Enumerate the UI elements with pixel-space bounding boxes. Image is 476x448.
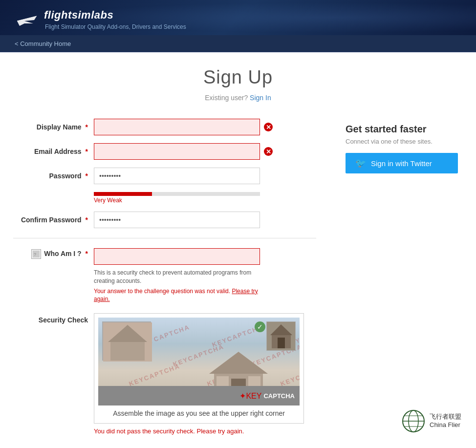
existing-user-label: Existing user?: [205, 94, 248, 102]
back-link[interactable]: < Community Home: [15, 40, 71, 47]
who-am-i-error: Your answer to the challenge question wa…: [94, 287, 260, 304]
keycaptcha-brand: ✦KEY CAPTCHA: [239, 391, 295, 401]
security-error: You did not pass the security check. Ple…: [94, 427, 316, 435]
get-started-title: Get started faster: [346, 124, 463, 135]
svg-marker-0: [17, 16, 37, 26]
who-am-i-label-group: ? Who Am I ? *: [13, 248, 94, 259]
keycaptcha-text: CAPTCHA: [263, 392, 295, 400]
china-flier: 飞行者联盟 China Flier: [401, 409, 461, 433]
form-left: Display Name * ✕ Email Address * ✕: [13, 119, 316, 435]
captcha-corner-reference: [266, 321, 296, 351]
form-right: Get started faster Connect via one of th…: [346, 119, 463, 173]
puzzle-svg: [103, 322, 152, 362]
sign-in-link[interactable]: Sign In: [250, 94, 271, 102]
confirm-password-row: Confirm Password *: [13, 212, 316, 228]
existing-user-text: Existing user? Sign In: [10, 94, 466, 102]
main-content: Sign Up Existing user? Sign In Display N…: [0, 52, 476, 448]
display-name-label: Display Name *: [13, 123, 94, 131]
password-block: Password * Very Weak: [13, 168, 316, 204]
svg-text:?: ?: [34, 252, 36, 257]
email-row: Email Address * ✕: [13, 143, 316, 160]
who-am-i-label: Who Am I ? *: [44, 250, 88, 257]
page-title: Sign Up: [10, 67, 466, 88]
nav-bar: < Community Home: [0, 35, 476, 52]
strength-label: Very Weak: [94, 197, 316, 204]
get-started-sub: Connect via one of these sites.: [346, 138, 463, 145]
captcha-checkmark: ✓: [255, 321, 265, 332]
logo-area: flightsimlabs Flight Simulator Quality A…: [15, 9, 461, 30]
logo-text: flightsimlabs: [44, 9, 186, 21]
china-flier-text: 飞行者联盟 China Flier: [430, 413, 461, 429]
key-icon: ✦KEY: [239, 391, 261, 401]
who-am-i-input[interactable]: [94, 248, 260, 265]
who-am-i-row: ? Who Am I ? *: [13, 248, 316, 265]
captcha-puzzle-piece[interactable]: [102, 321, 151, 361]
security-check-label: Security Check: [13, 313, 94, 324]
confirm-password-input[interactable]: [94, 212, 260, 228]
email-label: Email Address *: [13, 148, 94, 155]
password-row: Password *: [13, 168, 316, 184]
captcha-image-area[interactable]: KEYCAPTCHA KEYCAPTCHA KEYCAPTCHA KEYCAPT…: [98, 318, 300, 405]
header: flightsimlabs Flight Simulator Quality A…: [0, 0, 476, 35]
svg-rect-15: [278, 338, 285, 348]
svg-rect-7: [216, 376, 229, 386]
watermark-8: KEYCAPTCHA: [280, 363, 300, 388]
form-divider: [13, 238, 316, 238]
plane-icon: [15, 11, 39, 28]
keycaptcha-bar: ✦KEY CAPTCHA: [98, 386, 300, 405]
svg-marker-4: [209, 352, 268, 374]
svg-rect-11: [110, 342, 145, 361]
svg-rect-8: [248, 376, 260, 386]
who-am-i-help: This is a security check to prevent auto…: [94, 269, 260, 285]
corner-ref-svg: [268, 323, 295, 350]
confirm-password-label: Confirm Password *: [13, 216, 94, 224]
form-outer: Display Name * ✕ Email Address * ✕: [10, 119, 466, 435]
tagline: Flight Simulator Quality Add-ons, Driver…: [45, 23, 186, 30]
twitter-btn-label: Sign in with Twitter: [371, 159, 432, 168]
security-check-row: Security Check KEYCAPTCHA KEYCAPTCHA KEY…: [13, 313, 316, 424]
password-label: Password *: [13, 172, 94, 180]
display-name-input[interactable]: [94, 119, 260, 135]
strength-bar-fill: [94, 192, 152, 196]
strength-bar-container: [94, 192, 260, 196]
twitter-signin-button[interactable]: 🐦 Sign in with Twitter: [346, 153, 458, 173]
email-error-icon: ✕: [264, 147, 273, 156]
captcha-instruction: Assemble the image as you see at the upp…: [98, 405, 300, 419]
display-name-error-icon: ✕: [264, 123, 273, 131]
captcha-image-thumb: ?: [31, 249, 41, 259]
email-input[interactable]: [94, 143, 260, 160]
display-name-row: Display Name * ✕: [13, 119, 316, 135]
globe-icon: [401, 409, 426, 433]
watermark-6: KEYCAPTCHA: [128, 363, 181, 388]
twitter-bird-icon: 🐦: [355, 158, 366, 169]
password-input[interactable]: [94, 168, 260, 184]
security-captcha-box: KEYCAPTCHA KEYCAPTCHA KEYCAPTCHA KEYCAPT…: [94, 313, 304, 424]
